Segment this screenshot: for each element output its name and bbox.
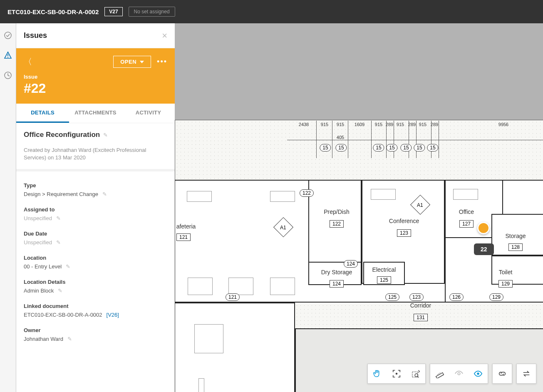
created-by: Created by Johnathan Ward (Excitech Prof… <box>24 146 167 161</box>
room-office: Office <box>459 208 474 215</box>
type-value: Design > Requirement Change <box>24 191 98 197</box>
tab-activity[interactable]: ACTIVITY <box>122 104 175 123</box>
room-conference: Conference <box>389 218 419 224</box>
pencil-icon[interactable]: ✎ <box>102 191 107 197</box>
dim: 1609 <box>355 122 364 127</box>
dim: 405 <box>337 135 344 140</box>
tag: 15 <box>335 144 347 151</box>
linked-version[interactable]: [V26] <box>107 312 119 318</box>
tag: 125 <box>385 293 399 301</box>
svg-line-7 <box>418 376 419 377</box>
dim: 915 <box>337 122 344 127</box>
more-icon[interactable]: ••• <box>157 57 167 66</box>
pencil-icon[interactable]: ✎ <box>56 239 61 246</box>
viewer[interactable]: afeteria 121 Prep/Dish 122 Conference 12… <box>175 23 543 392</box>
measure-tool-icon[interactable] <box>434 367 446 380</box>
room-num: 125 <box>377 276 391 284</box>
svg-rect-8 <box>436 373 444 378</box>
pencil-icon[interactable]: ✎ <box>56 215 61 221</box>
location-label: Location <box>24 255 167 261</box>
room-num: 127 <box>459 220 474 228</box>
linked-value: ETC010-EXC-SB-00-DR-A-0002 <box>24 312 102 318</box>
issue-label: Issue <box>24 74 167 80</box>
due-label: Due Date <box>24 231 167 237</box>
issue-pin-label[interactable]: 22 <box>474 243 494 255</box>
room-num: 123 <box>397 229 411 237</box>
set-badge[interactable]: No set assigned <box>129 7 175 17</box>
visibility-off-icon[interactable] <box>453 367 465 380</box>
pencil-icon[interactable]: ✎ <box>67 336 72 342</box>
assigned-value: Unspecified <box>24 215 52 221</box>
linked-label: Linked document <box>24 303 167 309</box>
type-label: Type <box>24 182 167 189</box>
due-value: Unspecified <box>24 239 52 246</box>
tag: 124 <box>344 260 358 268</box>
tag: 15 <box>373 144 384 151</box>
room-num: 122 <box>330 220 344 228</box>
svg-point-13 <box>477 372 479 375</box>
svg-point-0 <box>5 32 11 39</box>
caret-down-icon <box>140 61 144 63</box>
svg-line-9 <box>438 374 438 375</box>
dim: 915 <box>397 122 404 127</box>
room-num: 121 <box>176 233 191 241</box>
tag: 121 <box>226 293 240 301</box>
room-storage: Storage <box>505 233 526 239</box>
history-icon[interactable] <box>2 69 14 82</box>
tab-attachments[interactable]: ATTACHMENTS <box>69 104 122 123</box>
tag: 15 <box>427 144 438 151</box>
dim: 2438 <box>299 122 309 127</box>
room-toilet: Toilet <box>499 269 513 275</box>
status-dropdown[interactable]: OPEN <box>113 56 151 68</box>
dim: 289 <box>431 122 438 127</box>
tabs: DETAILS ATTACHMENTS ACTIVITY <box>16 104 175 123</box>
svg-line-11 <box>440 372 440 373</box>
link-tool-icon[interactable] <box>496 367 508 380</box>
room-electrical: Electrical <box>372 266 396 273</box>
visibility-on-icon[interactable] <box>472 367 484 380</box>
room-num: 128 <box>508 243 523 251</box>
locdetails-label: Location Details <box>24 279 167 285</box>
panel-body[interactable]: Office Reconfiguration ✎ Created by John… <box>16 123 175 392</box>
owner-label: Owner <box>24 327 167 333</box>
swap-tool-icon[interactable] <box>520 367 533 380</box>
assigned-label: Assigned to <box>24 206 167 213</box>
svg-point-12 <box>458 372 460 375</box>
pan-tool-icon[interactable] <box>371 367 384 380</box>
tag: 15 <box>414 144 425 151</box>
tag: 122 <box>300 189 314 197</box>
room-num: 131 <box>414 314 428 321</box>
close-icon[interactable]: × <box>162 30 167 41</box>
room-num: 129 <box>498 280 513 288</box>
svg-line-10 <box>439 373 439 374</box>
room-drystorage: Dry Storage <box>321 269 352 275</box>
top-bar: ETC010-EXC-SB-00-DR-A-0002 V27 No set as… <box>0 0 543 23</box>
markup-icon[interactable] <box>2 29 14 42</box>
status-label: OPEN <box>120 59 136 65</box>
zoom-region-icon[interactable] <box>409 367 422 380</box>
panel-title: Issues <box>24 31 47 40</box>
pencil-icon[interactable]: ✎ <box>58 288 62 294</box>
tag: 123 <box>409 293 424 301</box>
pencil-icon[interactable]: ✎ <box>66 263 70 270</box>
tab-details[interactable]: DETAILS <box>16 104 69 123</box>
dim: 9956 <box>498 122 508 127</box>
dim: 915 <box>419 122 426 127</box>
tag-a1: A1 <box>276 221 290 235</box>
back-icon[interactable]: 〈 <box>24 56 32 67</box>
room-corridor: Corridor <box>410 302 431 309</box>
dim: 289 <box>386 122 393 127</box>
location-value: 00 - Entry Level <box>24 263 62 270</box>
svg-point-6 <box>415 374 418 377</box>
pencil-icon[interactable]: ✎ <box>103 132 108 138</box>
dim: 915 <box>375 122 382 127</box>
issue-pin[interactable] <box>477 222 490 234</box>
fields: Type Design > Requirement Change✎ Assign… <box>16 171 175 367</box>
tag: 15 <box>386 144 397 151</box>
svg-point-2 <box>7 57 8 58</box>
issues-icon[interactable] <box>2 49 14 62</box>
version-badge[interactable]: V27 <box>104 7 122 16</box>
floor-plan[interactable]: afeteria 121 Prep/Dish 122 Conference 12… <box>175 120 543 392</box>
locdetails-value: Admin Block <box>24 288 54 294</box>
focus-tool-icon[interactable] <box>390 367 403 380</box>
